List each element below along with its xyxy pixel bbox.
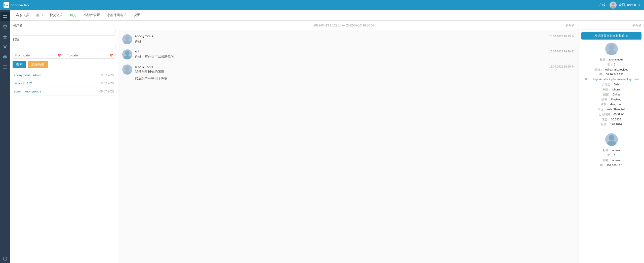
- p0-title: anonymous: [609, 57, 623, 62]
- chat-time-range: 2022-07-13 16:29:14 — 2022-07-13 16:30:0…: [122, 24, 566, 27]
- history-item-date-2: 06.07.2022: [99, 90, 114, 93]
- email-input[interactable]: [13, 43, 115, 50]
- p0-id: 7: [614, 62, 615, 67]
- welcome-text: 欢迎, admin: [619, 3, 636, 7]
- history-item-name-1: visitor.20472: [14, 81, 32, 85]
- right-panel-header: 参与者: [581, 23, 641, 30]
- from-date-calendar-icon[interactable]: 📅: [57, 54, 61, 57]
- msg-text-2a: 我是别注册你的张密: [135, 69, 575, 75]
- svg-point-16: [125, 66, 130, 71]
- svg-point-0: [612, 3, 615, 6]
- svg-point-17: [124, 71, 131, 75]
- p0-timezone: Asia/Shanghai: [607, 107, 625, 112]
- msg-time-0: 13.07.2022 16:29:14: [549, 35, 575, 38]
- sidebar-item-settings[interactable]: [1, 42, 10, 51]
- svg-point-18: [609, 44, 614, 50]
- tab-department[interactable]: 部门: [33, 10, 46, 20]
- email-label: 邮箱: [13, 38, 115, 42]
- topbar: live php live talk 在线 欢迎, admin ▼: [0, 0, 644, 10]
- msg-sender-1: admin: [135, 49, 144, 53]
- p0-browser: Safari: [614, 82, 621, 87]
- svg-point-13: [124, 40, 131, 44]
- history-item-date-1: 13.07.2022: [99, 82, 114, 85]
- content-area: 用户名 邮箱 📅 📅 搜索 清除历史 anonymo: [10, 21, 644, 263]
- user-area: 欢迎, admin ▼: [610, 2, 640, 9]
- tab-settings[interactable]: 设置: [130, 10, 144, 20]
- tab-agents[interactable]: 客服人员: [13, 10, 33, 20]
- main-content: 客服人员 部门 快捷短语 历史 小部件设置 小部件黑名单 设置 用户名 邮箱 📅…: [10, 10, 644, 263]
- p1-email: admin: [612, 158, 620, 163]
- p1-ip: 192.168.11.1: [607, 163, 623, 168]
- msg-body-1: admin 13.07.2022 16:29:31 你好，有什么可以帮助你的: [135, 49, 575, 59]
- msg-sender-0: anonymous: [135, 34, 153, 38]
- send-transcript-icon: ✉: [626, 34, 628, 38]
- participant-info-0: 标题：anonymous ID：7 邮箱：no@e.mail.provided …: [581, 57, 641, 127]
- p0-localtime: 00:39:04: [614, 112, 624, 117]
- sidebar-item-eye[interactable]: [1, 52, 10, 61]
- p0-lat: 30.2936: [611, 117, 621, 122]
- sidebar-item-home[interactable]: [1, 12, 10, 21]
- p0-ip: 36.26.245.198: [606, 72, 623, 77]
- chat-panel: 2022-07-13 16:29:14 — 2022-07-13 16:30:0…: [118, 21, 579, 263]
- svg-point-12: [125, 36, 130, 40]
- user-dropdown-arrow[interactable]: ▼: [638, 4, 640, 7]
- svg-rect-3: [5, 15, 7, 16]
- svg-point-8: [5, 56, 6, 58]
- msg-sender-2: anonymous: [135, 64, 153, 68]
- msg-time-1: 13.07.2022 16:29:31: [549, 50, 575, 53]
- history-item-2[interactable]: admin, anonymous 06.07.2022: [13, 87, 115, 95]
- p0-country: China: [613, 92, 620, 97]
- sidebar-item-star[interactable]: [1, 32, 10, 41]
- sidebar-item-power[interactable]: [1, 254, 10, 263]
- history-item-0[interactable]: anonymous, admin 13.07.2022: [13, 71, 115, 79]
- chat-message-1: admin 13.07.2022 16:29:31 你好，有什么可以帮助你的: [122, 49, 575, 59]
- participant-avatar-0: [605, 43, 618, 55]
- chat-header: 2022-07-13 16:29:14 — 2022-07-13 16:30:0…: [118, 21, 579, 30]
- p1-title: admin: [612, 148, 620, 153]
- tab-widget-blacklist[interactable]: 小部件黑名单: [103, 10, 130, 20]
- logo-icon: live: [4, 2, 9, 8]
- from-date-field[interactable]: 📅: [13, 52, 63, 59]
- tab-bar: 客服人员 部门 快捷短语 历史 小部件设置 小部件黑名单 设置: [10, 10, 644, 21]
- to-date-field[interactable]: 📅: [65, 52, 116, 59]
- svg-point-20: [609, 135, 614, 141]
- participants-label: 参与者: [566, 23, 575, 27]
- history-list: anonymous, admin 13.07.2022 visitor.2047…: [13, 71, 115, 260]
- msg-time-2: 13.07.2022 16:29:44: [549, 65, 575, 68]
- svg-rect-2: [3, 15, 5, 16]
- logo: live php live talk: [4, 2, 29, 8]
- msg-avatar-0: [122, 34, 132, 44]
- p0-email: no@e.mail.provided: [604, 67, 628, 72]
- from-date-input[interactable]: [15, 53, 57, 57]
- sidebar-item-location[interactable]: [1, 22, 10, 31]
- msg-body-2: anonymous 13.07.2022 16:29:44 我是别注册你的张密 …: [135, 64, 575, 81]
- svg-point-1: [611, 6, 616, 9]
- tab-history[interactable]: 历史: [66, 10, 80, 20]
- username-input[interactable]: [13, 29, 115, 36]
- send-transcript-label: 发送聊天文副本到邮箱: [594, 34, 625, 38]
- clear-history-button[interactable]: 清除历史: [28, 61, 48, 68]
- p0-lng: 120.1614: [610, 122, 622, 127]
- search-button[interactable]: 搜索: [13, 61, 26, 68]
- sidebar-item-list[interactable]: [1, 62, 10, 72]
- svg-point-6: [4, 25, 6, 27]
- msg-text-0: 你好: [135, 39, 575, 44]
- history-item-date-0: 13.07.2022: [99, 74, 114, 77]
- send-transcript-button[interactable]: 发送聊天文副本到邮箱 ✉: [581, 32, 641, 40]
- history-item-name-0: anonymous, admin: [14, 73, 41, 77]
- tab-widget-settings[interactable]: 小部件设置: [80, 10, 103, 20]
- svg-point-19: [607, 50, 616, 55]
- sidebar: [0, 10, 10, 263]
- participant-info-1: 标题：admin ID：1 邮箱：admin IP：192.168.11.1: [581, 148, 641, 168]
- to-date-input[interactable]: [67, 53, 110, 57]
- user-avatar: [610, 2, 617, 9]
- tab-quick-phrases[interactable]: 快捷短语: [46, 10, 66, 20]
- svg-point-7: [4, 46, 6, 48]
- to-date-calendar-icon[interactable]: 📅: [109, 54, 113, 57]
- msg-avatar-1: [122, 49, 132, 59]
- history-item-1[interactable]: visitor.20472 13.07.2022: [13, 79, 115, 87]
- chat-messages: anonymous 13.07.2022 16:29:14 你好 admin: [118, 30, 579, 263]
- p0-os: iphone: [612, 87, 620, 92]
- chat-message-0: anonymous 13.07.2022 16:29:14 你好: [122, 34, 575, 44]
- participant-block-0: 标题：anonymous ID：7 邮箱：no@e.mail.provided …: [581, 43, 641, 127]
